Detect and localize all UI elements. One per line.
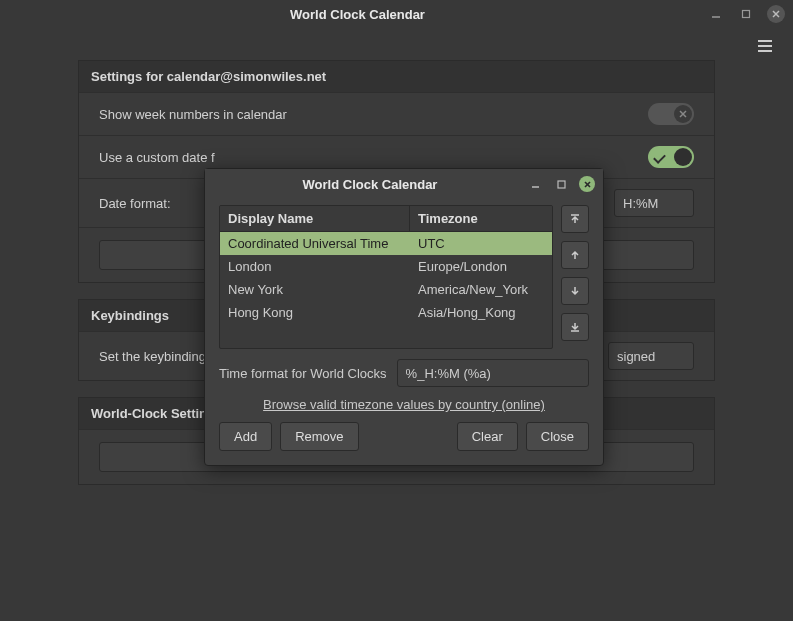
cell-display-name: Coordinated Universal Time (220, 232, 410, 255)
move-down-icon[interactable] (561, 277, 589, 305)
dialog-body: Display Name Timezone Coordinated Univer… (205, 199, 603, 465)
hamburger-menu-icon[interactable] (755, 36, 775, 56)
remove-button[interactable]: Remove (280, 422, 358, 451)
dialog-titlebar: World Clock Calendar (205, 169, 603, 199)
toggle-knob-off-icon (674, 105, 692, 123)
dialog-title: World Clock Calendar (213, 177, 527, 192)
add-button[interactable]: Add (219, 422, 272, 451)
show-week-row: Show week numbers in calendar (79, 92, 714, 135)
table-row[interactable]: Coordinated Universal TimeUTC (220, 232, 552, 255)
table-row[interactable]: LondonEurope/London (220, 255, 552, 278)
timezone-table[interactable]: Display Name Timezone Coordinated Univer… (219, 205, 553, 349)
main-titlebar: World Clock Calendar (0, 0, 793, 28)
dialog-minimize-icon[interactable] (527, 176, 543, 192)
dialog-window-controls (527, 176, 595, 192)
toggle-knob-on-icon (674, 148, 692, 166)
settings-header: Settings for calendar@simonwiles.net (79, 61, 714, 92)
custom-date-toggle[interactable] (648, 146, 694, 168)
minimize-button-icon[interactable] (707, 5, 725, 23)
dialog-close-icon[interactable] (579, 176, 595, 192)
cell-timezone: UTC (410, 232, 552, 255)
svg-rect-1 (743, 11, 750, 18)
cell-timezone: America/New_York (410, 278, 552, 301)
date-format-label: Date format: (99, 196, 171, 211)
toolbar (0, 28, 793, 60)
clear-button[interactable]: Clear (457, 422, 518, 451)
custom-date-label: Use a custom date f (99, 150, 636, 165)
show-week-toggle[interactable] (648, 103, 694, 125)
cell-display-name: Hong Kong (220, 301, 410, 324)
date-format-input[interactable] (614, 189, 694, 217)
table-row[interactable]: New YorkAmerica/New_York (220, 278, 552, 301)
time-format-row: Time format for World Clocks (219, 359, 589, 387)
main-title: World Clock Calendar (8, 7, 707, 22)
close-button[interactable]: Close (526, 422, 589, 451)
move-up-icon[interactable] (561, 241, 589, 269)
keybinding-input[interactable] (608, 342, 694, 370)
cell-timezone: Asia/Hong_Kong (410, 301, 552, 324)
maximize-button-icon[interactable] (737, 5, 755, 23)
time-format-label: Time format for World Clocks (219, 366, 387, 381)
table-header: Display Name Timezone (220, 206, 552, 232)
col-timezone[interactable]: Timezone (410, 206, 552, 231)
world-clock-dialog: World Clock Calendar Display Name Timezo… (204, 168, 604, 466)
table-area: Display Name Timezone Coordinated Univer… (219, 205, 589, 349)
table-body: Coordinated Universal TimeUTCLondonEurop… (220, 232, 552, 324)
move-top-icon[interactable] (561, 205, 589, 233)
browse-link-row: Browse valid timezone values by country … (219, 397, 589, 412)
dialog-buttons: Add Remove Clear Close (219, 422, 589, 451)
window-controls (707, 5, 785, 23)
cell-display-name: New York (220, 278, 410, 301)
cell-timezone: Europe/London (410, 255, 552, 278)
move-bottom-icon[interactable] (561, 313, 589, 341)
cell-display-name: London (220, 255, 410, 278)
table-row[interactable]: Hong KongAsia/Hong_Kong (220, 301, 552, 324)
reorder-buttons (561, 205, 589, 349)
svg-rect-10 (558, 181, 565, 188)
col-display-name[interactable]: Display Name (220, 206, 410, 231)
time-format-input[interactable] (397, 359, 589, 387)
show-week-label: Show week numbers in calendar (99, 107, 636, 122)
browse-timezones-link[interactable]: Browse valid timezone values by country … (263, 397, 545, 412)
dialog-maximize-icon[interactable] (553, 176, 569, 192)
close-button-icon[interactable] (767, 5, 785, 23)
